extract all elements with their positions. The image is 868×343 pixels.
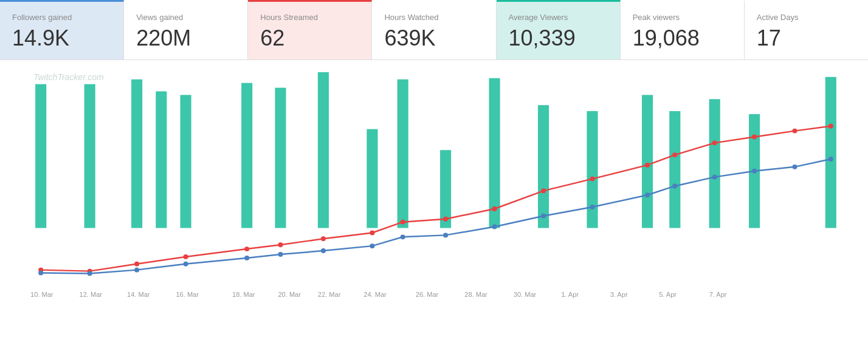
stat-card-active-days: Active Days17: [745, 0, 868, 59]
svg-rect-11: [489, 78, 500, 228]
svg-text:18. Mar: 18. Mar: [232, 291, 255, 298]
svg-rect-7: [318, 72, 329, 228]
svg-rect-8: [367, 129, 377, 228]
svg-point-46: [401, 234, 405, 239]
svg-point-52: [672, 183, 677, 188]
svg-point-34: [712, 140, 717, 145]
chart-area: TwitchTracker.com: [0, 60, 868, 324]
svg-point-27: [401, 220, 405, 225]
svg-point-36: [792, 129, 797, 134]
stat-card-average-viewers: Average Viewers10,339: [497, 0, 621, 59]
svg-text:26. Mar: 26. Mar: [416, 291, 439, 298]
svg-point-45: [370, 243, 374, 248]
svg-point-53: [712, 175, 717, 180]
svg-rect-4: [181, 95, 191, 228]
svg-text:22. Mar: 22. Mar: [318, 291, 341, 298]
svg-point-56: [828, 157, 833, 161]
svg-point-41: [184, 262, 188, 267]
stat-label-active-days: Active Days: [757, 13, 856, 22]
svg-rect-10: [440, 150, 451, 228]
stat-value-average-viewers: 10,339: [509, 25, 608, 51]
svg-text:14. Mar: 14. Mar: [127, 291, 150, 298]
stat-card-hours-streamed: Hours Streamed62: [248, 0, 372, 59]
svg-text:30. Mar: 30. Mar: [514, 291, 537, 298]
svg-text:24. Mar: 24. Mar: [363, 291, 387, 298]
svg-point-26: [370, 230, 374, 235]
stats-row: Followers gained14.9KViews gained220MHou…: [0, 0, 868, 60]
svg-rect-12: [538, 105, 549, 228]
svg-rect-18: [825, 77, 836, 228]
svg-point-42: [244, 256, 249, 260]
svg-rect-3: [156, 91, 167, 228]
svg-rect-13: [587, 111, 598, 228]
svg-point-21: [134, 262, 139, 267]
stat-label-followers-gained: Followers gained: [12, 13, 111, 22]
svg-point-55: [792, 165, 797, 169]
stat-label-hours-streamed: Hours Streamed: [260, 13, 359, 22]
svg-point-23: [244, 246, 249, 251]
svg-rect-2: [131, 80, 142, 228]
svg-rect-15: [669, 111, 680, 228]
svg-point-51: [645, 192, 650, 197]
stat-card-followers-gained: Followers gained14.9K: [0, 0, 124, 59]
svg-text:1. Apr: 1. Apr: [561, 291, 579, 298]
svg-point-38: [38, 271, 43, 276]
stat-label-average-viewers: Average Viewers: [509, 13, 608, 22]
svg-point-39: [88, 271, 92, 276]
svg-rect-9: [398, 80, 408, 228]
svg-point-49: [541, 214, 546, 219]
stat-value-peak-viewers: 19,068: [633, 25, 732, 51]
svg-point-32: [645, 163, 650, 168]
svg-rect-5: [241, 83, 252, 228]
svg-point-43: [278, 252, 283, 257]
svg-text:20. Mar: 20. Mar: [278, 291, 301, 298]
stat-label-hours-watched: Hours Watched: [384, 13, 483, 22]
svg-rect-16: [709, 99, 720, 228]
svg-point-28: [443, 217, 448, 222]
svg-text:16. Mar: 16. Mar: [176, 291, 199, 298]
svg-rect-6: [275, 88, 286, 228]
main-chart: 10. Mar 12. Mar 14. Mar 16. Mar 18. Mar …: [24, 66, 850, 300]
stat-card-hours-watched: Hours Watched639K: [372, 0, 496, 59]
svg-point-30: [541, 188, 546, 193]
svg-point-48: [492, 225, 497, 229]
svg-point-25: [321, 236, 326, 241]
svg-point-44: [321, 248, 326, 253]
svg-text:12. Mar: 12. Mar: [80, 291, 103, 298]
stat-value-hours-streamed: 62: [260, 25, 359, 51]
watermark: TwitchTracker.com: [33, 72, 104, 82]
svg-text:3. Apr: 3. Apr: [610, 291, 628, 298]
svg-text:28. Mar: 28. Mar: [464, 291, 487, 298]
stat-label-peak-viewers: Peak viewers: [633, 13, 732, 22]
svg-point-54: [752, 169, 757, 174]
svg-rect-14: [642, 95, 653, 228]
stat-card-views-gained: Views gained220M: [124, 0, 248, 59]
stat-label-views-gained: Views gained: [136, 13, 235, 22]
svg-rect-1: [84, 84, 95, 228]
stat-card-peak-viewers: Peak viewers19,068: [621, 0, 745, 59]
svg-point-33: [672, 152, 677, 157]
svg-point-50: [590, 205, 594, 209]
stat-value-hours-watched: 639K: [384, 25, 483, 51]
svg-point-40: [134, 268, 139, 273]
stat-value-active-days: 17: [757, 25, 856, 51]
svg-point-35: [752, 135, 757, 140]
svg-point-47: [443, 233, 448, 237]
svg-rect-0: [35, 84, 46, 228]
svg-text:10. Mar: 10. Mar: [30, 291, 53, 298]
svg-point-37: [828, 124, 833, 129]
stat-value-views-gained: 220M: [136, 25, 235, 51]
svg-text:5. Apr: 5. Apr: [659, 291, 677, 298]
svg-text:7. Apr: 7. Apr: [709, 291, 727, 298]
svg-point-22: [184, 254, 188, 259]
svg-point-31: [590, 177, 594, 182]
svg-point-29: [492, 206, 497, 211]
svg-point-24: [278, 242, 283, 247]
stat-value-followers-gained: 14.9K: [12, 25, 111, 51]
